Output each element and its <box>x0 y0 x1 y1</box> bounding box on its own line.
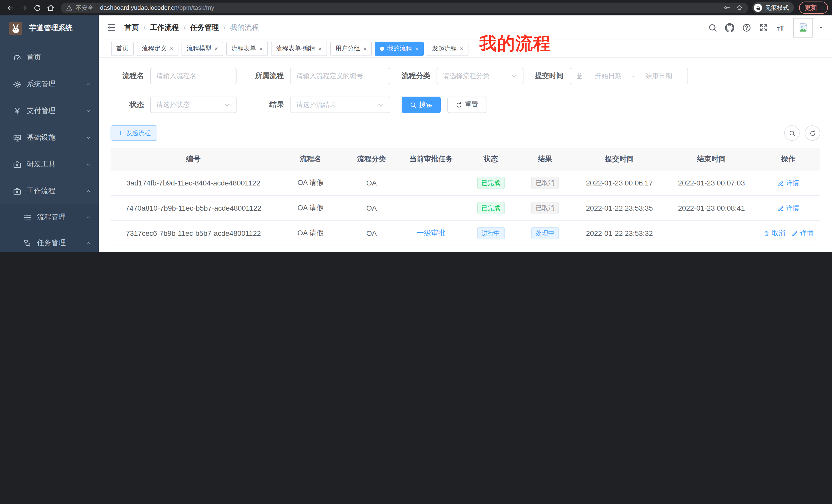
status-select[interactable]: 请选择状态 <box>150 96 237 113</box>
start-process-button[interactable]: 发起流程 <box>110 125 157 141</box>
collapse-icon <box>106 23 116 32</box>
cell-process-name: OA 请假 <box>276 229 345 238</box>
app-logo[interactable]: 芋道管理系统 <box>0 16 99 41</box>
menu-dots-icon[interactable] <box>818 4 825 11</box>
filter-status-label: 状态 <box>109 100 144 109</box>
tab-首页[interactable]: 首页 <box>111 41 134 56</box>
back-icon <box>6 4 14 11</box>
url-text[interactable]: dashboard.yudao.iocoder.cn/bpm/task/my <box>100 4 214 11</box>
tab-用户分组[interactable]: 用户分组× <box>330 41 372 56</box>
search-icon <box>410 102 417 108</box>
browser-forward-icon[interactable] <box>18 2 30 14</box>
table-header-row: 编号流程名流程分类当前审批任务状态结果提交时间结束时间操作 <box>110 148 820 171</box>
close-icon[interactable]: × <box>318 46 322 52</box>
tab-流程定义[interactable]: 流程定义× <box>137 41 178 56</box>
table-refresh-button[interactable] <box>805 125 820 141</box>
process-table: 编号流程名流程分类当前审批任务状态结果提交时间结束时间操作 3ad174fb-7… <box>110 148 820 252</box>
detail-link[interactable]: 详情 <box>777 178 799 188</box>
task-link[interactable]: 一级审批 <box>417 229 446 238</box>
tab-label: 流程模型 <box>187 44 211 53</box>
detail-link[interactable]: 详情 <box>777 203 799 213</box>
cell-result: 处理中 <box>517 227 573 240</box>
chevron-down-icon <box>378 102 384 108</box>
browser-update-button[interactable]: 更新 <box>799 2 828 14</box>
avatar[interactable] <box>794 18 813 37</box>
app-title: 芋道管理系统 <box>29 24 73 33</box>
sidebar: 芋道管理系统 首页系统管理支付管理基础设施研发工具工作流程流程管理任务管理我的流… <box>0 16 99 252</box>
collapse-sidebar-icon[interactable] <box>106 23 116 32</box>
star-icon[interactable] <box>736 4 743 11</box>
fullscreen-icon[interactable] <box>757 21 770 34</box>
sidebar-item-devtools[interactable]: 研发工具 <box>0 151 99 178</box>
result-badge: 已取消 <box>531 177 559 189</box>
cell-actions: 详情 <box>757 178 820 188</box>
search-icon[interactable] <box>706 21 719 34</box>
table-search-toggle-button[interactable] <box>784 125 800 141</box>
svg-text:T: T <box>777 26 780 31</box>
process-name-input[interactable]: 请输入流程名 <box>150 68 237 84</box>
reload-icon <box>33 4 41 11</box>
column-header: 编号 <box>110 155 276 164</box>
cell-end-time: 2022-01-23 00:08:41 <box>666 204 757 212</box>
column-header: 状态 <box>464 155 517 164</box>
sidebar-item-label: 首页 <box>27 53 41 62</box>
close-icon[interactable]: × <box>170 46 173 52</box>
close-icon[interactable]: × <box>214 46 218 52</box>
sidebar-menu: 首页系统管理支付管理基础设施研发工具工作流程流程管理任务管理我的流程待办任务已办… <box>0 44 99 252</box>
refresh-icon <box>456 102 462 108</box>
process-definition-input[interactable]: 请输入流程定义的编号 <box>290 68 390 84</box>
breadcrumb: 首页/工作流程/任务管理/我的流程 <box>125 23 259 32</box>
cell-current-task: 一级审批 <box>398 229 464 238</box>
sidebar-item-home[interactable]: 首页 <box>0 44 99 71</box>
sidebar-item-infra[interactable]: 基础设施 <box>0 124 99 151</box>
question-icon[interactable] <box>740 21 753 34</box>
column-header: 提交时间 <box>573 155 666 164</box>
divider <box>97 5 97 11</box>
fullscreen-icon <box>759 23 768 32</box>
edit-icon <box>791 230 798 236</box>
edit-icon <box>777 179 784 186</box>
sidebar-item-task-manage[interactable]: 任务管理 <box>0 230 99 252</box>
chevron-down-icon <box>85 214 92 220</box>
table-row: 7317cec6-7b9b-11ec-b5b7-acde48001122OA 请… <box>110 221 820 246</box>
tab-流程表单-编辑[interactable]: 流程表单-编辑× <box>271 41 327 56</box>
fontsize-icon[interactable]: TT <box>774 21 787 34</box>
table-toolbar: 发起流程 <box>99 125 832 141</box>
category-select[interactable]: 请选择流程分类 <box>437 68 523 84</box>
browser-reload-icon[interactable] <box>31 2 43 14</box>
cell-result: 已取消 <box>517 177 573 189</box>
breadcrumb-item[interactable]: 工作流程 <box>150 23 179 32</box>
sidebar-item-payment[interactable]: 支付管理 <box>0 97 99 124</box>
cell-process-name: OA 请假 <box>276 178 345 188</box>
breadcrumb-item[interactable]: 任务管理 <box>190 23 219 32</box>
browser-home-icon[interactable] <box>44 2 57 14</box>
sidebar-item-label: 工作流程 <box>27 187 55 196</box>
submit-time-range-picker[interactable]: 开始日期 - 结束日期 <box>570 68 688 84</box>
close-icon[interactable]: × <box>363 46 367 52</box>
cell-status: 已完成 <box>464 177 517 189</box>
result-select[interactable]: 请选择流结果 <box>290 96 390 113</box>
rabbit-logo-icon <box>7 22 24 35</box>
key-icon[interactable] <box>724 4 731 11</box>
breadcrumb-item[interactable]: 首页 <box>125 23 139 32</box>
sidebar-item-workflow[interactable]: 工作流程 <box>0 178 99 204</box>
column-header: 结束时间 <box>666 155 757 164</box>
sidebar-item-process-manage[interactable]: 流程管理 <box>0 204 99 230</box>
detail-link[interactable]: 详情 <box>791 229 813 238</box>
github-icon[interactable] <box>724 21 736 34</box>
close-icon[interactable]: × <box>259 46 263 52</box>
search-button[interactable]: 搜索 <box>401 96 441 113</box>
cancel-link[interactable]: 取消 <box>763 229 785 238</box>
security-label[interactable]: 不安全 <box>76 4 93 11</box>
cell-id: 7470a810-7b9b-11ec-b5b7-acde48001122 <box>110 204 276 212</box>
sidebar-item-system[interactable]: 系统管理 <box>0 71 99 97</box>
reset-button[interactable]: 重置 <box>447 96 487 113</box>
caret-down-icon[interactable] <box>817 24 824 31</box>
tab-流程表单[interactable]: 流程表单× <box>226 41 268 56</box>
close-icon[interactable]: × <box>415 46 419 52</box>
browser-back-icon[interactable] <box>4 2 17 14</box>
tab-我的流程[interactable]: 我的流程× <box>375 41 424 56</box>
tab-label: 流程表单-编辑 <box>276 44 315 53</box>
tab-流程模型[interactable]: 流程模型× <box>182 41 223 56</box>
address-bar[interactable]: 不安全 dashboard.yudao.iocoder.cn/bpm/task/… <box>61 2 748 13</box>
